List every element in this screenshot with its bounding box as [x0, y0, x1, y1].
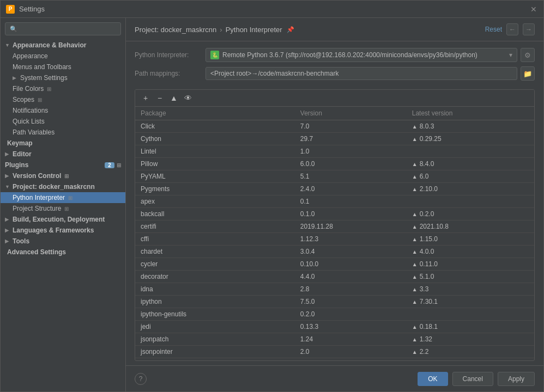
sidebar-item-path-variables[interactable]: Path Variables	[1, 127, 125, 138]
path-mappings-field[interactable]: <Project root>→/code/maskrcnn-benchmark	[205, 67, 517, 80]
sidebar-item-advanced-settings[interactable]: Advanced Settings	[1, 247, 125, 258]
sidebar-item-menus-toolbars[interactable]: Menus and Toolbars	[1, 62, 125, 72]
package-latest-version: ▲3.3	[407, 283, 534, 296]
bottom-actions: OK Cancel Apply	[418, 372, 535, 386]
sidebar-item-version-control[interactable]: ▶ Version Control ⊞	[1, 170, 125, 181]
path-mappings-value: <Project root>→/code/maskrcnn-benchmark	[210, 70, 512, 77]
update-arrow-icon: ▲	[412, 174, 418, 180]
package-version: 7.5.0	[295, 296, 407, 308]
nav-back-button[interactable]: ←	[506, 23, 518, 35]
sidebar-item-quick-lists[interactable]: Quick Lists	[1, 116, 125, 127]
sidebar-item-python-interpreter[interactable]: Python Interpreter ⊞	[1, 192, 125, 203]
apply-button[interactable]: Apply	[498, 372, 535, 386]
table-row[interactable]: apex0.1	[135, 195, 534, 208]
breadcrumb: Project: docker_maskrcnn › Python Interp…	[135, 26, 485, 34]
table-row[interactable]: Lintel1.0	[135, 145, 534, 158]
table-row[interactable]: jedi0.13.3▲0.18.1	[135, 321, 534, 333]
chevron-right-icon-vc: ▶	[5, 173, 10, 179]
package-version: 2019.11.28	[295, 220, 407, 233]
interpreter-settings-button[interactable]: ⚙	[521, 48, 535, 62]
update-arrow-icon: ▲	[412, 299, 418, 305]
table-row[interactable]: ipython7.5.0▲7.30.1	[135, 296, 534, 308]
table-row[interactable]: certifi2019.11.28▲2021.10.8	[135, 220, 534, 233]
package-name: jedi	[135, 321, 295, 333]
table-row[interactable]: Cython29.7▲0.29.25	[135, 133, 534, 145]
add-package-button[interactable]: +	[140, 92, 152, 104]
interpreter-dropdown-icon[interactable]: ▾	[509, 51, 512, 59]
sidebar-item-keymap[interactable]: Keymap	[1, 138, 125, 149]
sidebar-item-appearance-behavior[interactable]: ▼ Appearance & Behavior	[1, 40, 125, 51]
sidebar-item-project-docker[interactable]: ▼ Project: docker_maskrcnn	[1, 181, 125, 192]
sidebar-item-editor[interactable]: ▶ Editor	[1, 149, 125, 160]
package-version: 3.0.4	[295, 246, 407, 258]
sidebar-item-tools[interactable]: ▶ Tools	[1, 236, 125, 247]
breadcrumb-page: Python Interpreter	[226, 26, 282, 34]
update-arrow-icon: ▲	[412, 274, 418, 280]
search-box[interactable]: 🔍	[5, 22, 121, 35]
table-row[interactable]: jsonpointer2.0▲2.2	[135, 346, 534, 358]
update-arrow-icon: ▲	[412, 336, 418, 342]
move-up-button[interactable]: ▲	[168, 92, 180, 104]
table-row[interactable]: Pygments2.4.0▲2.10.0	[135, 183, 534, 195]
sidebar-item-appearance[interactable]: Appearance	[1, 51, 125, 62]
package-name: certifi	[135, 220, 295, 233]
table-row[interactable]: cffi1.12.3▲1.15.0	[135, 233, 534, 246]
sidebar-item-plugins[interactable]: Plugins 2 ⊞	[1, 160, 125, 170]
sidebar-item-build-execution[interactable]: ▶ Build, Execution, Deployment	[1, 214, 125, 225]
table-row[interactable]: idna2.8▲3.3	[135, 283, 534, 296]
package-latest-version	[407, 195, 534, 208]
vc-icon: ⊞	[64, 173, 69, 179]
package-name: Lintel	[135, 145, 295, 158]
package-version: 0.2.0	[295, 308, 407, 321]
interpreter-label: Python Interpreter:	[135, 51, 205, 59]
path-mappings-label: Path mappings:	[135, 70, 205, 77]
table-row[interactable]: ipython-genutils0.2.0	[135, 308, 534, 321]
sidebar-item-project-structure[interactable]: Project Structure ⊞	[1, 203, 125, 214]
main-content: 🔍 ▼ Appearance & Behavior Appearance Men…	[1, 18, 543, 391]
package-latest-version: ▲0.29.25	[407, 133, 534, 145]
show-details-button[interactable]: 👁	[182, 92, 194, 104]
table-row[interactable]: backcall0.1.0▲0.2.0	[135, 208, 534, 220]
package-name: Pygments	[135, 183, 295, 195]
sidebar-item-scopes[interactable]: Scopes ⊞	[1, 94, 125, 105]
package-version: 0.1.0	[295, 208, 407, 220]
cancel-button[interactable]: Cancel	[452, 372, 493, 386]
sidebar-item-languages-frameworks[interactable]: ▶ Languages & Frameworks	[1, 225, 125, 236]
close-button[interactable]: ✕	[529, 5, 538, 14]
table-row[interactable]: Click7.0▲8.0.3	[135, 120, 534, 133]
package-latest-version: ▲0.2.0	[407, 208, 534, 220]
interpreter-field[interactable]: 🐍 Remote Python 3.6.7 (sftp://root@192.1…	[205, 48, 517, 62]
chevron-right-icon-lang: ▶	[5, 228, 10, 233]
pin-icon[interactable]: 📌	[287, 26, 294, 33]
sidebar-item-system-settings[interactable]: ▶ System Settings	[1, 72, 125, 83]
breadcrumb-project[interactable]: Project: docker_maskrcnn	[135, 26, 216, 34]
sidebar-item-notifications[interactable]: Notifications	[1, 105, 125, 116]
chevron-down-icon-project: ▼	[5, 184, 10, 189]
table-row[interactable]: PyYAML5.1▲6.0	[135, 170, 534, 183]
table-row[interactable]: decorator4.4.0▲5.1.0	[135, 271, 534, 283]
package-name: apex	[135, 195, 295, 208]
remove-package-button[interactable]: −	[154, 92, 166, 104]
table-row[interactable]: jsonpatch1.24▲1.32	[135, 333, 534, 346]
col-package: Package	[135, 107, 295, 120]
ok-button[interactable]: OK	[418, 372, 448, 386]
path-mappings-folder-button[interactable]: 📁	[521, 66, 535, 81]
table-row[interactable]: Pillow6.0.0▲8.4.0	[135, 158, 534, 170]
package-version: 1.1.0	[295, 358, 407, 361]
col-version: Version	[295, 107, 407, 120]
sidebar-item-file-colors[interactable]: File Colors ⊞	[1, 83, 125, 94]
package-version: 1.0	[295, 145, 407, 158]
packages-table-area: + − ▲ 👁 Package Version Latest version	[135, 89, 535, 361]
nav-fwd-button[interactable]: →	[523, 23, 535, 35]
table-row[interactable]: cycler0.10.0▲0.11.0	[135, 258, 534, 271]
search-input[interactable]	[20, 25, 116, 33]
table-row[interactable]: chardet3.0.4▲4.0.0	[135, 246, 534, 258]
table-toolbar: + − ▲ 👁	[135, 90, 534, 107]
chevron-right-icon: ▶	[13, 75, 18, 81]
reset-button[interactable]: Reset	[485, 26, 502, 33]
help-button[interactable]: ?	[135, 373, 147, 385]
update-arrow-icon: ▲	[412, 261, 418, 267]
package-name: Cython	[135, 133, 295, 145]
update-arrow-icon: ▲	[412, 124, 418, 130]
table-row[interactable]: kiwisolver1.1.0▲1.3.2	[135, 358, 534, 361]
